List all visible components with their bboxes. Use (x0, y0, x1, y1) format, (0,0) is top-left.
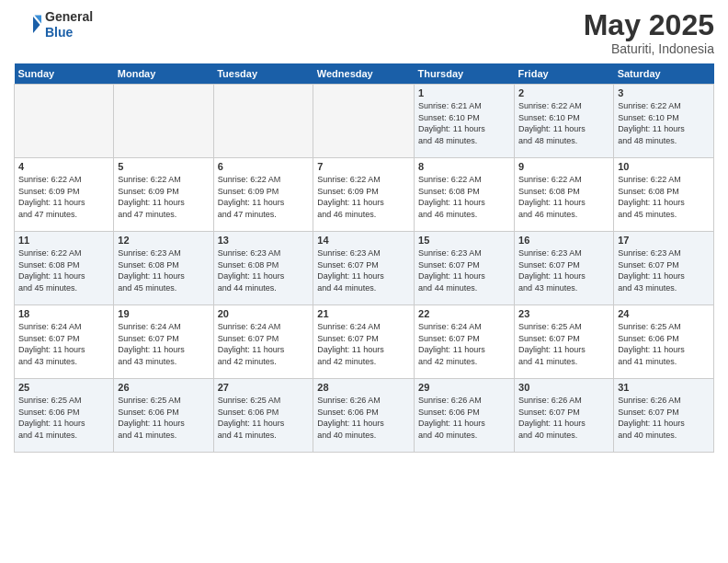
table-row: 21Sunrise: 6:24 AM Sunset: 6:07 PM Dayli… (313, 305, 415, 379)
day-number: 20 (218, 308, 310, 319)
day-info: Sunrise: 6:26 AM Sunset: 6:06 PM Dayligh… (317, 395, 410, 441)
day-info: Sunrise: 6:23 AM Sunset: 6:07 PM Dayligh… (518, 247, 609, 293)
day-info: Sunrise: 6:22 AM Sunset: 6:09 PM Dayligh… (218, 174, 310, 220)
day-number: 30 (518, 382, 609, 393)
table-row (213, 85, 313, 158)
day-info: Sunrise: 6:23 AM Sunset: 6:08 PM Dayligh… (118, 247, 209, 293)
logo-icon (14, 11, 41, 39)
day-number: 7 (317, 161, 410, 172)
header-friday: Friday (515, 63, 614, 85)
day-info: Sunrise: 6:25 AM Sunset: 6:06 PM Dayligh… (218, 395, 310, 441)
day-info: Sunrise: 6:23 AM Sunset: 6:07 PM Dayligh… (418, 247, 510, 293)
day-info: Sunrise: 6:25 AM Sunset: 6:06 PM Dayligh… (618, 321, 710, 367)
day-number: 10 (618, 161, 710, 172)
day-number: 17 (618, 235, 710, 246)
title-block: May 2025 Baturiti, Indonesia (584, 9, 714, 56)
calendar-week-row: 1Sunrise: 6:21 AM Sunset: 6:10 PM Daylig… (15, 85, 714, 158)
calendar-week-row: 11Sunrise: 6:22 AM Sunset: 6:08 PM Dayli… (15, 232, 714, 305)
calendar-header-row: Sunday Monday Tuesday Wednesday Thursday… (15, 63, 714, 85)
day-number: 29 (418, 382, 510, 393)
day-info: Sunrise: 6:25 AM Sunset: 6:07 PM Dayligh… (518, 321, 609, 367)
day-number: 31 (618, 382, 710, 393)
table-row (15, 85, 114, 158)
header-wednesday: Wednesday (313, 63, 415, 85)
table-row: 8Sunrise: 6:22 AM Sunset: 6:08 PM Daylig… (415, 158, 515, 232)
day-info: Sunrise: 6:26 AM Sunset: 6:07 PM Dayligh… (518, 395, 609, 441)
logo: General Blue (14, 9, 93, 40)
table-row: 23Sunrise: 6:25 AM Sunset: 6:07 PM Dayli… (515, 305, 614, 379)
day-number: 12 (118, 235, 209, 246)
day-number: 9 (518, 161, 609, 172)
table-row: 2Sunrise: 6:22 AM Sunset: 6:10 PM Daylig… (515, 85, 614, 158)
day-number: 6 (218, 161, 310, 172)
day-info: Sunrise: 6:24 AM Sunset: 6:07 PM Dayligh… (218, 321, 310, 367)
day-number: 28 (317, 382, 410, 393)
table-row: 15Sunrise: 6:23 AM Sunset: 6:07 PM Dayli… (415, 232, 515, 305)
day-number: 15 (418, 235, 510, 246)
day-number: 3 (618, 87, 710, 98)
day-info: Sunrise: 6:24 AM Sunset: 6:07 PM Dayligh… (418, 321, 510, 367)
day-number: 4 (18, 161, 109, 172)
header-thursday: Thursday (415, 63, 515, 85)
logo-general: General (45, 9, 93, 25)
day-info: Sunrise: 6:24 AM Sunset: 6:07 PM Dayligh… (18, 321, 109, 367)
day-info: Sunrise: 6:22 AM Sunset: 6:09 PM Dayligh… (118, 174, 209, 220)
table-row: 29Sunrise: 6:26 AM Sunset: 6:06 PM Dayli… (415, 379, 515, 453)
day-number: 18 (18, 308, 109, 319)
day-info: Sunrise: 6:21 AM Sunset: 6:10 PM Dayligh… (418, 100, 510, 146)
day-info: Sunrise: 6:22 AM Sunset: 6:10 PM Dayligh… (618, 100, 710, 146)
table-row: 20Sunrise: 6:24 AM Sunset: 6:07 PM Dayli… (213, 305, 313, 379)
table-row: 22Sunrise: 6:24 AM Sunset: 6:07 PM Dayli… (415, 305, 515, 379)
header: General Blue May 2025 Baturiti, Indonesi… (14, 9, 714, 56)
table-row: 11Sunrise: 6:22 AM Sunset: 6:08 PM Dayli… (15, 232, 114, 305)
day-number: 2 (518, 87, 609, 98)
day-info: Sunrise: 6:22 AM Sunset: 6:09 PM Dayligh… (317, 174, 410, 220)
day-number: 21 (317, 308, 410, 319)
day-number: 16 (518, 235, 609, 246)
table-row: 4Sunrise: 6:22 AM Sunset: 6:09 PM Daylig… (15, 158, 114, 232)
table-row: 30Sunrise: 6:26 AM Sunset: 6:07 PM Dayli… (515, 379, 614, 453)
logo-text: General Blue (45, 9, 93, 40)
day-info: Sunrise: 6:22 AM Sunset: 6:08 PM Dayligh… (418, 174, 510, 220)
day-info: Sunrise: 6:25 AM Sunset: 6:06 PM Dayligh… (118, 395, 209, 441)
calendar-week-row: 25Sunrise: 6:25 AM Sunset: 6:06 PM Dayli… (15, 379, 714, 453)
month-title: May 2025 (584, 9, 714, 41)
calendar-table: Sunday Monday Tuesday Wednesday Thursday… (14, 63, 714, 453)
day-number: 25 (18, 382, 109, 393)
day-number: 1 (418, 87, 510, 98)
header-saturday: Saturday (614, 63, 714, 85)
day-number: 22 (418, 308, 510, 319)
table-row: 14Sunrise: 6:23 AM Sunset: 6:07 PM Dayli… (313, 232, 415, 305)
day-number: 11 (18, 235, 109, 246)
table-row: 3Sunrise: 6:22 AM Sunset: 6:10 PM Daylig… (614, 85, 714, 158)
day-info: Sunrise: 6:22 AM Sunset: 6:08 PM Dayligh… (618, 174, 710, 220)
day-info: Sunrise: 6:22 AM Sunset: 6:08 PM Dayligh… (18, 247, 109, 293)
header-tuesday: Tuesday (213, 63, 313, 85)
day-info: Sunrise: 6:24 AM Sunset: 6:07 PM Dayligh… (118, 321, 209, 367)
day-number: 14 (317, 235, 410, 246)
day-info: Sunrise: 6:23 AM Sunset: 6:08 PM Dayligh… (218, 247, 310, 293)
day-info: Sunrise: 6:22 AM Sunset: 6:10 PM Dayligh… (518, 100, 609, 146)
day-info: Sunrise: 6:26 AM Sunset: 6:07 PM Dayligh… (618, 395, 710, 441)
table-row: 1Sunrise: 6:21 AM Sunset: 6:10 PM Daylig… (415, 85, 515, 158)
table-row: 17Sunrise: 6:23 AM Sunset: 6:07 PM Dayli… (614, 232, 714, 305)
table-row: 18Sunrise: 6:24 AM Sunset: 6:07 PM Dayli… (15, 305, 114, 379)
header-sunday: Sunday (15, 63, 114, 85)
day-number: 5 (118, 161, 209, 172)
table-row: 24Sunrise: 6:25 AM Sunset: 6:06 PM Dayli… (614, 305, 714, 379)
day-info: Sunrise: 6:22 AM Sunset: 6:09 PM Dayligh… (18, 174, 109, 220)
day-number: 27 (218, 382, 310, 393)
table-row: 9Sunrise: 6:22 AM Sunset: 6:08 PM Daylig… (515, 158, 614, 232)
day-number: 26 (118, 382, 209, 393)
page-container: General Blue May 2025 Baturiti, Indonesi… (0, 0, 728, 462)
day-number: 19 (118, 308, 209, 319)
table-row: 5Sunrise: 6:22 AM Sunset: 6:09 PM Daylig… (114, 158, 213, 232)
table-row: 28Sunrise: 6:26 AM Sunset: 6:06 PM Dayli… (313, 379, 415, 453)
day-info: Sunrise: 6:23 AM Sunset: 6:07 PM Dayligh… (317, 247, 410, 293)
table-row: 16Sunrise: 6:23 AM Sunset: 6:07 PM Dayli… (515, 232, 614, 305)
table-row (313, 85, 415, 158)
calendar-week-row: 4Sunrise: 6:22 AM Sunset: 6:09 PM Daylig… (15, 158, 714, 232)
header-monday: Monday (114, 63, 213, 85)
table-row: 13Sunrise: 6:23 AM Sunset: 6:08 PM Dayli… (213, 232, 313, 305)
table-row: 10Sunrise: 6:22 AM Sunset: 6:08 PM Dayli… (614, 158, 714, 232)
